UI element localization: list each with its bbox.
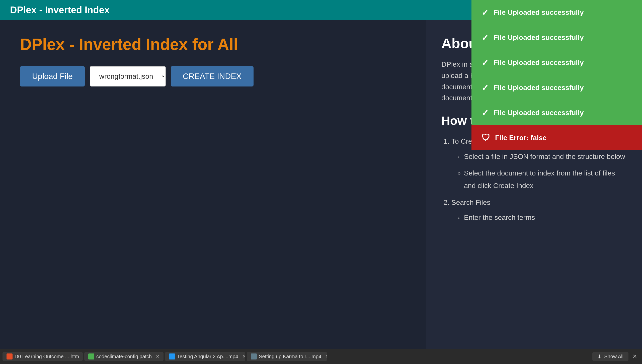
toast-container: ✓ File Uploaded successfully ✓ File Uplo…: [471, 0, 642, 150]
toast-message: File Error: false: [495, 134, 546, 142]
taskbar-tab-2[interactable]: codeclimate-config.patch ✕: [84, 352, 164, 361]
left-panel: DPlex - Inverted Index for All Upload Fi…: [0, 20, 426, 364]
app-title: DPlex - Inverted Index: [10, 5, 110, 16]
toast-message: File Uploaded successfully: [494, 34, 584, 42]
check-icon: ✓: [482, 33, 489, 43]
list-item: Select a file in JSON format and the str…: [464, 150, 627, 163]
tab-close-button[interactable]: ✕: [242, 354, 246, 359]
tab-icon-html: [7, 353, 13, 359]
taskbar-tab-4[interactable]: Setting up Karma to r....mp4 ✕: [247, 352, 327, 361]
list-item: Search Files Enter the search terms: [451, 196, 627, 224]
tab-label: codeclimate-config.patch: [96, 354, 152, 359]
check-icon: ✓: [482, 83, 489, 93]
divider: [20, 94, 406, 94]
tab-label: Setting up Karma to r....mp4: [259, 354, 321, 359]
check-icon: ✓: [482, 8, 489, 18]
file-select[interactable]: wrongformat.json: [90, 66, 166, 86]
action-bar: Upload File wrongformat.json CREATE INDE…: [20, 66, 406, 86]
toast-4: ✓ File Uploaded successfully: [471, 75, 642, 100]
toast-message: File Uploaded successfully: [494, 84, 584, 92]
check-icon: ✓: [482, 108, 489, 118]
toast-2: ✓ File Uploaded successfully: [471, 25, 642, 50]
toast-6: 🛡 File Error: false: [471, 125, 642, 150]
content-area: [20, 99, 406, 250]
sub-list: Enter the search terms: [451, 211, 627, 224]
list-item: Enter the search terms: [464, 211, 627, 224]
page-title: DPlex - Inverted Index for All: [20, 35, 406, 54]
tab-icon-patch: [88, 353, 94, 359]
taskbar-tab-3[interactable]: Testing Angular 2 Ap....mp4 ✕: [165, 352, 245, 361]
list-item: Select the document to index from the li…: [464, 167, 627, 192]
taskbar-tab-1[interactable]: D0 Learning Outcome ....htm ✕: [3, 352, 83, 361]
tab-close-button[interactable]: ✕: [325, 354, 327, 359]
tab-icon-mp4-dark: [251, 353, 257, 359]
show-all-button[interactable]: ⬇ Show All: [592, 352, 628, 361]
toast-message: File Uploaded successfully: [494, 109, 584, 117]
taskbar-close-button[interactable]: ✕: [630, 352, 639, 361]
toast-3: ✓ File Uploaded successfully: [471, 50, 642, 75]
check-icon: ✓: [482, 58, 489, 68]
toast-message: File Uploaded successfully: [494, 59, 584, 67]
create-index-button[interactable]: CREATE INDEX: [171, 66, 254, 86]
shield-icon: 🛡: [482, 133, 490, 143]
tab-icon-mp4-blue: [169, 353, 175, 359]
upload-file-button[interactable]: Upload File: [20, 66, 85, 86]
download-icon: ⬇: [597, 353, 602, 359]
toast-1: ✓ File Uploaded successfully: [471, 0, 642, 25]
taskbar: D0 Learning Outcome ....htm ✕ codeclimat…: [0, 349, 642, 364]
toast-message: File Uploaded successfully: [494, 9, 584, 17]
toast-5: ✓ File Uploaded successfully: [471, 100, 642, 125]
tab-label: Testing Angular 2 Ap....mp4: [177, 354, 238, 359]
tab-close-button[interactable]: ✕: [156, 354, 159, 359]
sub-list: Select a file in JSON format and the str…: [451, 150, 627, 192]
show-all-label: Show All: [604, 354, 623, 359]
tab-label: D0 Learning Outcome ....htm: [15, 354, 79, 359]
list-item-label: Search Files: [451, 199, 491, 206]
